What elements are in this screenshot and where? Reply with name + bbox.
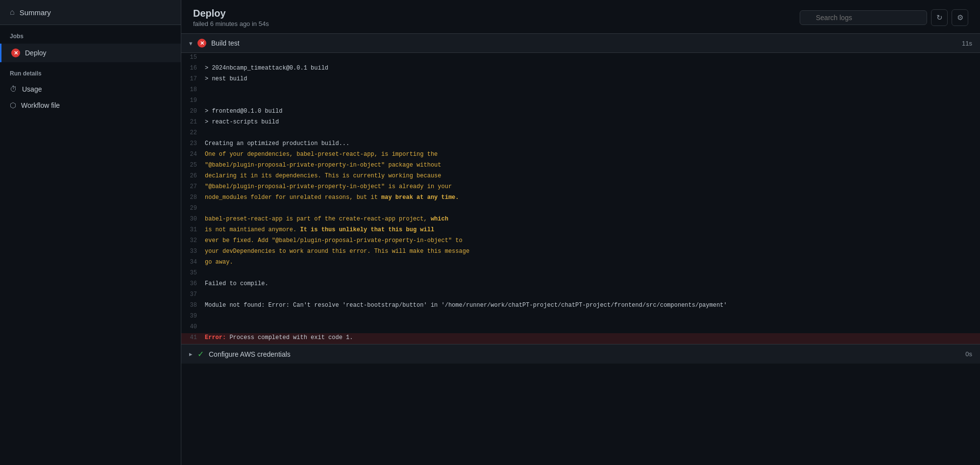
log-line: 22 — [181, 128, 980, 139]
log-line: 23Creating an optimized production build… — [181, 139, 980, 150]
line-content: your devDependencies to work around this… — [205, 247, 976, 256]
log-line: 25"@babel/plugin-proposal-private-proper… — [181, 161, 980, 171]
log-line: 32ever be fixed. Add "@babel/plugin-prop… — [181, 236, 980, 247]
log-line: 41Error: Process completed with exit cod… — [181, 333, 980, 344]
line-number: 38 — [185, 301, 205, 310]
jobs-section-label: Jobs — [0, 25, 181, 44]
line-number: 19 — [185, 96, 205, 105]
line-content: Error: Process completed with exit code … — [205, 333, 976, 343]
home-icon: ⌂ — [10, 8, 15, 17]
log-content: 1516> 2024nbcamp_timeattack@0.0.1 build1… — [181, 53, 980, 344]
line-number: 36 — [185, 279, 205, 289]
sidebar-summary-label: Summary — [20, 8, 51, 17]
sidebar: ⌂ Summary Jobs ✕ Deploy Run details ⏱ Us… — [0, 0, 181, 465]
log-line: 17> nest build — [181, 74, 980, 85]
log-line: 29 — [181, 204, 980, 215]
configure-aws-title: Configure AWS credentials — [209, 350, 960, 358]
line-number: 20 — [185, 107, 205, 116]
log-line: 27"@babel/plugin-proposal-private-proper… — [181, 182, 980, 193]
sidebar-workflow-item[interactable]: ⬡ Workflow file — [0, 97, 181, 114]
search-logs-input[interactable] — [800, 10, 927, 25]
line-number: 21 — [185, 118, 205, 127]
main-content: Deploy failed 6 minutes ago in 54s 🔍 ↻ ⚙… — [181, 0, 980, 465]
log-line: 26declaring it in its dependencies. This… — [181, 171, 980, 182]
sidebar-summary-item[interactable]: ⌂ Summary — [0, 0, 181, 25]
line-number: 39 — [185, 312, 205, 321]
build-test-section-header[interactable]: ▾ ✕ Build test 11s — [181, 34, 980, 53]
log-line: 20> frontend@0.1.0 build — [181, 107, 980, 118]
log-line: 34go away. — [181, 258, 980, 269]
log-line: 24One of your dependencies, babel-preset… — [181, 150, 980, 161]
line-content: > nest build — [205, 74, 976, 84]
main-header: Deploy failed 6 minutes ago in 54s 🔍 ↻ ⚙ — [181, 0, 980, 34]
line-number: 40 — [185, 322, 205, 332]
line-content: Module not found: Error: Can't resolve '… — [205, 301, 976, 310]
line-content: > 2024nbcamp_timeattack@0.0.1 build — [205, 64, 976, 73]
line-content: > frontend@0.1.0 build — [205, 107, 976, 116]
line-number: 33 — [185, 247, 205, 256]
line-number: 41 — [185, 333, 205, 343]
line-number: 29 — [185, 204, 205, 213]
line-number: 35 — [185, 269, 205, 278]
line-content: Creating an optimized production build..… — [205, 139, 976, 148]
configure-aws-section[interactable]: ▸ ✓ Configure AWS credentials 0s — [181, 344, 980, 364]
build-test-title: Build test — [211, 39, 957, 47]
log-line: 36Failed to compile. — [181, 279, 980, 290]
log-line: 35 — [181, 269, 980, 279]
line-content: ever be fixed. Add "@babel/plugin-propos… — [205, 236, 976, 245]
log-line: 28node_modules folder for unrelated reas… — [181, 193, 980, 204]
sidebar-usage-item[interactable]: ⏱ Usage — [0, 81, 181, 97]
gear-icon: ⚙ — [957, 13, 963, 22]
log-line: 40 — [181, 322, 980, 333]
header-actions: 🔍 ↻ ⚙ — [800, 9, 968, 26]
line-content: Failed to compile. — [205, 279, 976, 289]
line-number: 24 — [185, 150, 205, 159]
section-error-badge: ✕ — [197, 39, 206, 48]
line-content: node_modules folder for unrelated reason… — [205, 193, 976, 202]
line-number: 26 — [185, 171, 205, 181]
log-line: 33your devDependencies to work around th… — [181, 247, 980, 258]
log-line: 31is not maintianed anymore. It is thus … — [181, 225, 980, 236]
log-line: 21> react-scripts build — [181, 118, 980, 128]
line-content: "@babel/plugin-proposal-private-property… — [205, 182, 976, 192]
log-line: 16> 2024nbcamp_timeattack@0.0.1 build — [181, 64, 980, 74]
line-number: 17 — [185, 74, 205, 84]
sidebar-job-deploy-label: Deploy — [25, 49, 47, 57]
line-number: 32 — [185, 236, 205, 245]
line-content: One of your dependencies, babel-preset-r… — [205, 150, 976, 159]
line-content: is not maintianed anymore. It is thus un… — [205, 225, 976, 235]
clock-icon: ⏱ — [10, 85, 17, 93]
chevron-right-icon: ▸ — [189, 350, 193, 358]
log-line: 38Module not found: Error: Can't resolve… — [181, 301, 980, 312]
log-line: 37 — [181, 290, 980, 301]
line-number: 22 — [185, 128, 205, 138]
line-number: 27 — [185, 182, 205, 192]
run-details-section-label: Run details — [0, 62, 181, 81]
log-line: 19 — [181, 96, 980, 107]
file-icon: ⬡ — [10, 101, 16, 110]
header-title-area: Deploy failed 6 minutes ago in 54s — [193, 8, 269, 27]
page-title: Deploy — [193, 8, 269, 19]
line-number: 18 — [185, 85, 205, 95]
line-number: 37 — [185, 290, 205, 299]
configure-aws-duration: 0s — [965, 350, 972, 358]
sidebar-usage-label: Usage — [22, 85, 42, 93]
settings-button[interactable]: ⚙ — [952, 9, 968, 26]
line-number: 15 — [185, 53, 205, 62]
log-line: 39 — [181, 312, 980, 322]
line-number: 28 — [185, 193, 205, 202]
check-circle-icon: ✓ — [197, 349, 204, 359]
build-test-duration: 11s — [962, 40, 972, 47]
line-content: "@babel/plugin-proposal-private-property… — [205, 161, 976, 170]
search-wrapper: 🔍 — [800, 10, 927, 25]
chevron-down-icon: ▾ — [189, 40, 193, 47]
page-subtitle: failed 6 minutes ago in 54s — [193, 20, 269, 27]
line-content: babel-preset-react-app is part of the cr… — [205, 215, 976, 224]
line-number: 25 — [185, 161, 205, 170]
refresh-icon: ↻ — [936, 13, 943, 22]
line-number: 34 — [185, 258, 205, 267]
sidebar-job-deploy[interactable]: ✕ Deploy — [0, 44, 181, 62]
refresh-button[interactable]: ↻ — [931, 9, 948, 26]
log-area: ▾ ✕ Build test 11s 1516> 2024nbcamp_time… — [181, 34, 980, 465]
error-badge-icon: ✕ — [11, 49, 20, 57]
